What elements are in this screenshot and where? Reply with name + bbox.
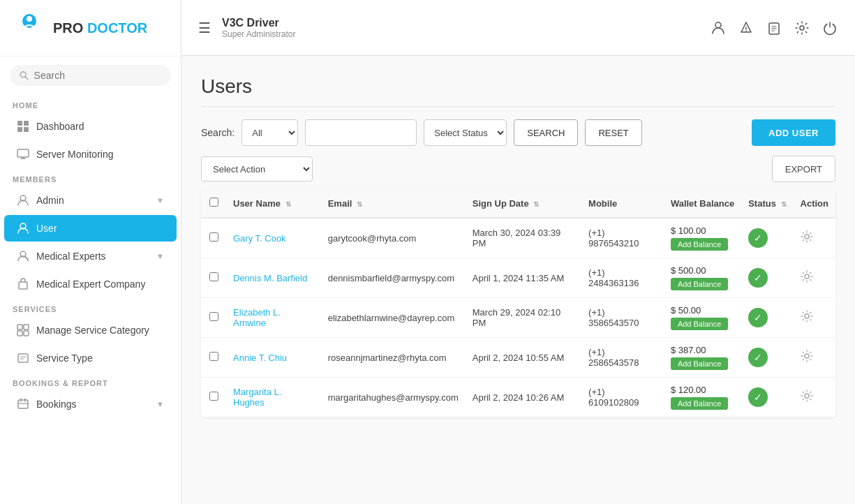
email-cell: elizabethlarnwine@dayrep.com — [321, 298, 466, 338]
user-name-link[interactable]: Margarita L. Hughes — [233, 387, 281, 408]
main-content: ☰ V3C Driver Super Administrator — [181, 0, 855, 504]
svg-rect-9 — [17, 127, 22, 132]
company-icon — [17, 278, 29, 290]
sidebar-item-bookings[interactable]: Bookings ▼ — [4, 391, 177, 417]
logo-icon — [13, 11, 46, 45]
svg-point-41 — [805, 354, 809, 358]
user-name-link[interactable]: Annie T. Chiu — [233, 353, 287, 363]
user-name-link[interactable]: Dennis M. Barfield — [233, 273, 307, 283]
sidebar-item-dashboard[interactable]: Dashboard — [4, 113, 177, 140]
wallet-cell: $ 120.00 Add Balance — [664, 378, 741, 417]
action-row: Select Action Delete Activate Deactivate… — [201, 156, 835, 182]
service-icon — [17, 352, 29, 364]
svg-rect-23 — [18, 354, 28, 362]
sidebar-item-label: Bookings — [36, 399, 77, 410]
sidebar-item-label: Admin — [36, 195, 64, 206]
users-table-wrap: User Name ⇅ Email ⇅ Sign Up Date ⇅ Mobil… — [201, 189, 835, 417]
sort-icon: ⇅ — [533, 200, 539, 208]
select-all-checkbox[interactable] — [209, 198, 218, 207]
add-balance-button[interactable]: Add Balance — [671, 238, 728, 251]
hamburger-menu[interactable]: ☰ — [198, 20, 211, 36]
search-input[interactable] — [34, 70, 161, 81]
logo-text: PRO DOCTOR — [53, 20, 147, 36]
add-balance-button[interactable]: Add Balance — [671, 357, 728, 370]
status-badge: ✓ — [748, 348, 768, 367]
sidebar-item-user[interactable]: User — [4, 215, 177, 242]
search-box[interactable] — [10, 65, 171, 86]
admin-icon — [17, 194, 29, 207]
status-badge: ✓ — [748, 228, 768, 248]
search-button[interactable]: SEARCH — [514, 119, 578, 146]
wallet-cell: $ 50.00 Add Balance — [664, 298, 741, 338]
svg-rect-22 — [24, 331, 29, 336]
sort-icon: ⇅ — [357, 200, 362, 208]
user-name-link[interactable]: Gary T. Cook — [233, 233, 286, 244]
sidebar-item-label: Dashboard — [36, 121, 84, 132]
search-text-input[interactable] — [305, 119, 417, 146]
action-select[interactable]: Select Action Delete Activate Deactivate — [201, 156, 313, 181]
header: ☰ V3C Driver Super Administrator — [181, 0, 855, 56]
table-row: Margarita L. Hughes margaritahughes@army… — [201, 378, 835, 417]
clipboard-icon[interactable] — [766, 20, 782, 36]
row-checkbox[interactable] — [209, 312, 218, 321]
sidebar-item-label: User — [36, 223, 57, 234]
action-cell — [794, 338, 835, 378]
power-icon[interactable] — [821, 20, 838, 36]
status-cell: ✓ — [741, 298, 793, 338]
search-label: Search: — [201, 127, 235, 138]
svg-point-39 — [805, 274, 809, 279]
add-user-button[interactable]: ADD USER — [752, 119, 835, 146]
section-members-label: MEMBERS — [0, 168, 181, 186]
mobile-cell: (+1) 2484363136 — [581, 258, 664, 298]
export-button[interactable]: EXPORT — [772, 156, 835, 182]
sidebar-item-medical-experts[interactable]: Medical Experts ▼ — [4, 243, 177, 269]
reset-button[interactable]: RESET — [585, 119, 641, 146]
logo: PRO DOCTOR — [0, 0, 181, 57]
user-name-cell: Gary T. Cook — [226, 218, 321, 258]
action-cell — [794, 378, 835, 417]
svg-point-30 — [715, 22, 721, 28]
col-wallet: Wallet Balance — [664, 189, 741, 218]
sidebar-item-server-monitoring[interactable]: Server Monitoring — [4, 141, 177, 168]
table-row: Gary T. Cook garytcook@rhyta.com March 3… — [201, 218, 835, 258]
action-gear-button[interactable] — [801, 270, 813, 286]
select-all-header — [201, 189, 226, 218]
settings-icon[interactable] — [794, 20, 810, 36]
user-name-link[interactable]: Elizabeth L. Arnwine — [233, 307, 281, 328]
row-checkbox[interactable] — [209, 352, 218, 361]
action-gear-button[interactable] — [801, 350, 813, 366]
add-balance-button[interactable]: Add Balance — [671, 318, 728, 330]
sidebar-item-service-type[interactable]: Service Type — [4, 345, 177, 371]
sidebar-item-admin[interactable]: Admin ▼ — [4, 187, 177, 214]
action-gear-button[interactable] — [801, 390, 813, 406]
col-username: User Name ⇅ — [226, 189, 321, 218]
sidebar-item-label: Manage Service Category — [36, 325, 149, 336]
svg-rect-26 — [18, 400, 28, 408]
action-gear-button[interactable] — [801, 310, 813, 326]
sort-icon: ⇅ — [285, 200, 291, 208]
row-checkbox[interactable] — [209, 392, 218, 401]
action-gear-button[interactable] — [801, 230, 813, 246]
medical-icon — [17, 250, 29, 262]
svg-rect-20 — [24, 325, 29, 329]
row-checkbox[interactable] — [209, 232, 218, 242]
svg-rect-10 — [24, 127, 29, 132]
alert-icon[interactable] — [738, 20, 754, 36]
status-select[interactable]: Select Status Active Inactive — [424, 119, 507, 146]
chevron-down-icon: ▼ — [156, 400, 164, 408]
sidebar-item-medical-expert-company[interactable]: Medical Expert Company — [4, 271, 177, 297]
row-checkbox[interactable] — [209, 272, 218, 281]
add-balance-button[interactable]: Add Balance — [671, 278, 728, 290]
svg-rect-21 — [17, 331, 22, 336]
chevron-down-icon: ▼ — [156, 196, 164, 205]
svg-point-1 — [27, 16, 32, 22]
status-badge: ✓ — [748, 308, 768, 327]
header-app-title: V3C Driver — [222, 17, 699, 29]
bookings-icon — [17, 398, 29, 410]
user-profile-icon[interactable] — [710, 20, 727, 36]
sidebar-item-manage-service-category[interactable]: Manage Service Category — [4, 317, 177, 343]
add-balance-button[interactable]: Add Balance — [671, 397, 728, 410]
sidebar-item-label: Server Monitoring — [36, 149, 114, 160]
filter-select[interactable]: All Name Email Mobile — [241, 119, 298, 146]
svg-line-6 — [25, 77, 28, 80]
